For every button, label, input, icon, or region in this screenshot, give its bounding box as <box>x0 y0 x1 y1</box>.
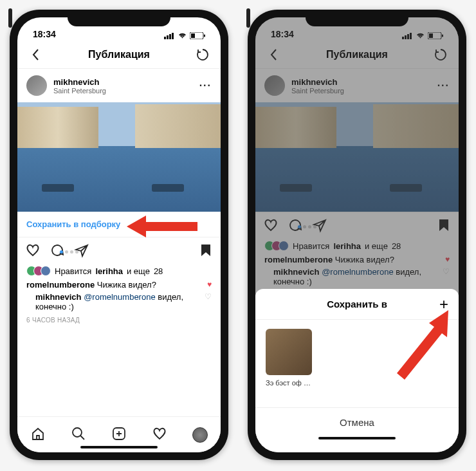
tab-home[interactable] <box>30 426 46 444</box>
screen-right: 18:34 Публикация mikhnevich Saint Peters… <box>255 17 459 452</box>
tab-activity[interactable] <box>152 426 167 444</box>
svg-rect-0 <box>164 37 166 39</box>
svg-rect-5 <box>191 33 195 38</box>
phone-right: 18:34 Публикация mikhnevich Saint Peters… <box>248 10 466 460</box>
likes-count: 28 <box>154 266 163 276</box>
sheet-title: Сохранить в <box>327 299 387 309</box>
comment-1: romelnumberone Чижика видел? ♥ <box>17 279 221 291</box>
tab-search[interactable] <box>71 426 86 444</box>
likes-and: и еще <box>127 266 150 276</box>
screen-left: 18:34 Публикация <box>17 17 221 452</box>
cellular-signal-icon <box>164 32 175 39</box>
likes-user: lerihha <box>95 266 123 276</box>
reply-mention[interactable]: @romelnumberone <box>84 292 155 302</box>
likes-prefix: Нравится <box>55 266 91 276</box>
collection-item[interactable]: Зэ бэст оф з... <box>266 329 312 387</box>
home-indicator[interactable] <box>318 437 396 439</box>
annotation-arrow-right <box>384 310 459 381</box>
bookmark-button[interactable] <box>199 243 213 261</box>
likes-row[interactable]: Нравится lerihha и еще 28 <box>17 266 221 279</box>
svg-rect-3 <box>172 33 174 39</box>
battery-icon <box>190 32 205 39</box>
post-image[interactable] <box>17 102 221 212</box>
reply-like-icon[interactable]: ♡ <box>205 292 212 301</box>
status-icons <box>164 32 205 39</box>
comment-user[interactable]: romelnumberone <box>26 280 95 290</box>
phone-left: 18:34 Публикация <box>10 10 228 460</box>
post-header-text: mikhnevich Saint Petersburg <box>53 77 106 95</box>
post-header: mikhnevich Saint Petersburg ··· <box>17 69 221 102</box>
post-username[interactable]: mikhnevich <box>53 77 106 87</box>
home-indicator[interactable] <box>80 446 158 448</box>
carousel-dots <box>60 250 78 254</box>
tab-profile[interactable] <box>192 427 208 443</box>
sheet-cancel-button[interactable]: Отмена <box>255 407 459 429</box>
collection-name: Зэ бэст оф з... <box>266 379 312 387</box>
tab-add[interactable] <box>111 426 127 444</box>
svg-marker-17 <box>397 310 448 380</box>
comment-reply: mikhnevich @romelnumberone видел, конечн… <box>17 291 221 313</box>
svg-rect-6 <box>204 35 205 37</box>
comment-like-icon[interactable]: ♥ <box>207 280 212 289</box>
avatar[interactable] <box>26 75 47 96</box>
svg-rect-1 <box>167 35 169 39</box>
reply-user[interactable]: mikhnevich <box>35 292 82 302</box>
status-time: 18:34 <box>33 29 56 39</box>
post-timestamp: 6 ЧАСОВ НАЗАД <box>17 313 221 328</box>
refresh-button[interactable] <box>194 46 212 64</box>
more-options-button[interactable]: ··· <box>199 80 212 91</box>
navbar: Публикация <box>17 41 221 69</box>
post-location[interactable]: Saint Petersburg <box>53 87 106 95</box>
svg-marker-9 <box>127 216 197 237</box>
svg-point-7 <box>73 428 82 437</box>
notch <box>68 10 170 26</box>
likes-avatars <box>26 266 51 276</box>
page-title: Публикация <box>88 49 150 60</box>
wifi-icon <box>178 32 187 39</box>
notch <box>306 10 408 26</box>
annotation-arrow-left <box>127 210 204 243</box>
back-button[interactable] <box>26 46 44 64</box>
comment-text: Чижика видел? <box>97 280 156 290</box>
svg-rect-2 <box>169 34 171 39</box>
like-button[interactable] <box>25 243 41 261</box>
collection-thumbnail <box>266 329 312 375</box>
